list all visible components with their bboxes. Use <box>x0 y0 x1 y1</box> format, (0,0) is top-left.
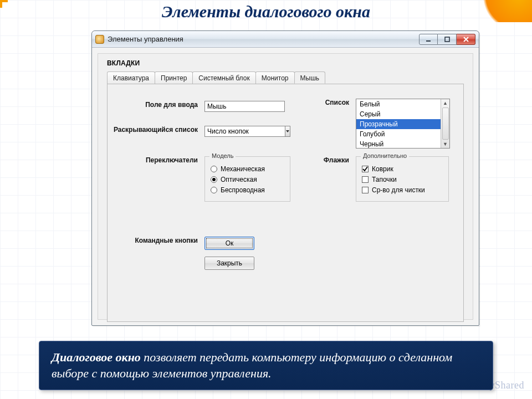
client-area: ВКЛАДКИ Клавиатура Принтер Системный бло… <box>98 53 473 320</box>
checkbox-icon <box>362 176 369 183</box>
radio-icon <box>211 166 217 172</box>
radio-icon <box>211 176 217 183</box>
text-input-mouse[interactable] <box>204 101 285 112</box>
app-icon <box>95 35 104 44</box>
list-item[interactable]: Голубой <box>356 129 449 139</box>
caption-lead: Диалоговое окно <box>52 350 141 364</box>
checkbox-icon <box>362 166 369 172</box>
combo-value[interactable] <box>204 126 285 137</box>
check-cleaning[interactable]: Ср-во для чистки <box>362 186 443 194</box>
slide-title: Элементы диалогового окна <box>0 2 532 21</box>
tab-printer[interactable]: Принтер <box>155 71 193 84</box>
tab-mouse[interactable]: Мышь <box>294 71 326 84</box>
close-dialog-button[interactable]: Закрыть <box>204 257 254 270</box>
radio-label: Беспроводная <box>221 186 265 194</box>
svg-rect-1 <box>445 37 449 42</box>
minimize-button[interactable] <box>419 34 438 45</box>
groupbox-model: Модель Механическая Оптическая Беспровод… <box>204 156 290 202</box>
radio-label: Механическая <box>221 165 265 173</box>
check-label: Ср-во для чистки <box>372 186 425 194</box>
label-radios: Переключатели <box>108 156 204 164</box>
check-label: Коврик <box>372 165 393 173</box>
tab-monitor[interactable]: Монитор <box>255 71 295 84</box>
scroll-up-icon[interactable]: ▲ <box>442 99 449 107</box>
groupbox-extra: Дополнительно Коврик Тапочки <box>356 156 449 202</box>
radio-mechanical[interactable]: Механическая <box>211 165 284 173</box>
checkbox-icon <box>362 187 369 193</box>
combo-buttons-count[interactable] <box>204 126 285 137</box>
close-button[interactable] <box>457 34 475 45</box>
groupbox-extra-legend: Дополнительно <box>361 152 409 159</box>
tabstrip: Клавиатура Принтер Системный блок Монито… <box>107 70 464 84</box>
radio-label: Оптическая <box>221 176 257 183</box>
tab-panel: Поле для ввода Раскрывающийся список <box>107 84 464 322</box>
radio-wireless[interactable]: Беспроводная <box>211 186 284 194</box>
dialog-window: Элементы управления ВКЛАДКИ Клавиатура П… <box>91 30 479 326</box>
slide-caption: Диалоговое окно позволяет передать компь… <box>39 341 493 390</box>
titlebar[interactable]: Элементы управления <box>92 31 479 48</box>
maximize-button[interactable] <box>438 34 457 45</box>
label-cmd-buttons: Командные кнопки <box>108 237 204 244</box>
scroll-down-icon[interactable]: ▼ <box>442 140 449 148</box>
tabs-section-label: ВКЛАДКИ <box>107 59 464 67</box>
scrollbar[interactable]: ▲ ▼ <box>441 99 449 148</box>
listbox-colors[interactable]: Белый Серый Прозрачный Голубой Черный ▲ … <box>356 99 450 149</box>
check-label: Тапочки <box>372 176 397 183</box>
radio-icon <box>211 187 217 193</box>
radio-optical[interactable]: Оптическая <box>211 176 284 183</box>
scroll-thumb[interactable] <box>442 108 449 140</box>
list-item[interactable]: Серый <box>356 109 449 119</box>
chevron-down-icon[interactable] <box>285 126 290 137</box>
label-checks: Флажки <box>306 156 356 164</box>
window-title: Элементы управления <box>108 35 183 43</box>
groupbox-model-legend: Модель <box>209 152 236 159</box>
label-combo: Раскрывающийся список <box>108 126 204 134</box>
list-item[interactable]: Белый <box>356 99 449 109</box>
list-item[interactable]: Черный <box>356 139 449 149</box>
tab-system[interactable]: Системный блок <box>192 71 255 84</box>
label-input: Поле для ввода <box>108 101 204 109</box>
ok-button[interactable]: Ок <box>204 237 254 250</box>
label-list: Список <box>306 99 356 106</box>
list-item[interactable]: Прозрачный <box>356 119 449 129</box>
check-slippers[interactable]: Тапочки <box>362 176 443 183</box>
tab-keyboard[interactable]: Клавиатура <box>107 71 155 84</box>
check-mousepad[interactable]: Коврик <box>362 165 443 173</box>
